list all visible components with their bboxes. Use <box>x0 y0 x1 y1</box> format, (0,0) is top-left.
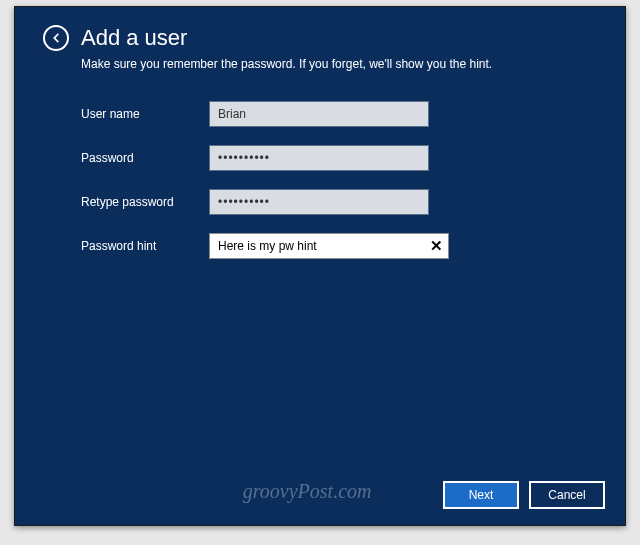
hint-label: Password hint <box>81 239 209 253</box>
hint-input-wrap: ✕ <box>209 233 449 259</box>
header: Add a user <box>15 7 625 59</box>
password-label: Password <box>81 151 209 165</box>
password-input-wrap <box>209 145 429 171</box>
clear-hint-button[interactable]: ✕ <box>424 234 448 258</box>
retype-input-wrap <box>209 189 429 215</box>
username-label: User name <box>81 107 209 121</box>
username-input-wrap <box>209 101 429 127</box>
cancel-button-label: Cancel <box>548 488 585 502</box>
username-input[interactable] <box>209 101 429 127</box>
username-row: User name <box>81 101 597 127</box>
close-icon: ✕ <box>430 237 443 255</box>
footer-buttons: Next Cancel <box>443 481 605 509</box>
cancel-button[interactable]: Cancel <box>529 481 605 509</box>
retype-label: Retype password <box>81 195 209 209</box>
retype-password-input[interactable] <box>209 189 429 215</box>
next-button-label: Next <box>469 488 494 502</box>
add-user-form: User name Password Retype password Passw… <box>15 91 625 259</box>
next-button[interactable]: Next <box>443 481 519 509</box>
password-input[interactable] <box>209 145 429 171</box>
hint-row: Password hint ✕ <box>81 233 597 259</box>
page-title: Add a user <box>81 25 187 51</box>
retype-row: Retype password <box>81 189 597 215</box>
watermark: groovyPost.com <box>243 480 372 503</box>
password-hint-input[interactable] <box>210 234 424 258</box>
password-row: Password <box>81 145 597 171</box>
add-user-window: Add a user Make sure you remember the pa… <box>14 6 626 526</box>
page-subtitle: Make sure you remember the password. If … <box>15 57 625 91</box>
arrow-left-icon <box>49 31 63 45</box>
back-button[interactable] <box>43 25 69 51</box>
